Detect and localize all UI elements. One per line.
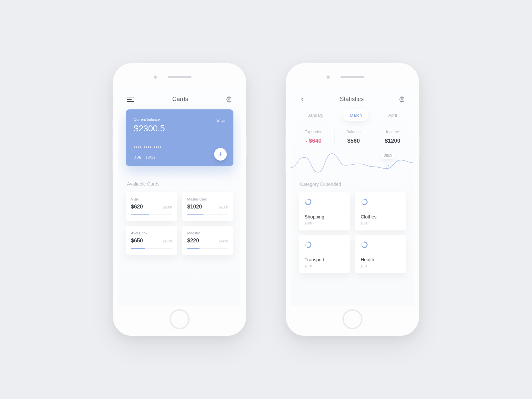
phone-top: [118, 68, 241, 86]
home-button[interactable]: [170, 309, 190, 329]
chart-tooltip: $560: [381, 152, 395, 159]
card-item[interactable]: Aval Bank $650 $1220: [126, 226, 177, 255]
progress-ring-icon: [305, 241, 312, 248]
balance-value: $2300.5: [134, 123, 225, 134]
stat-income: Income $1200: [385, 130, 400, 144]
category-value: $690: [361, 221, 400, 225]
category-value: $620: [361, 264, 400, 268]
month-tabs: JanuaryMarchApril: [299, 109, 406, 121]
svg-point-0: [228, 98, 230, 100]
card-brand: Visa: [216, 118, 225, 123]
tab-april[interactable]: April: [382, 109, 404, 121]
balance-label: Current balance: [134, 117, 225, 121]
back-icon[interactable]: [300, 97, 305, 102]
stats-row: Expended - $640 Balance $560 Income $120…: [299, 130, 406, 144]
card-limit: $1200: [163, 205, 172, 209]
header: Statistics: [299, 96, 406, 109]
cards-grid: Visa $620 $1200 Master Card $1020 $2300 …: [126, 192, 233, 255]
card-value: $220: [187, 238, 199, 244]
progress-ring-icon: [361, 241, 368, 248]
phone-statistics: Statistics JanuaryMarchApril Expended - …: [286, 63, 419, 336]
card-item[interactable]: Visa $620 $1200: [126, 192, 177, 221]
home-button[interactable]: [342, 309, 362, 329]
page-title: Statistics: [340, 96, 364, 103]
tab-march[interactable]: March: [343, 109, 368, 121]
category-item[interactable]: Transport $520: [299, 235, 350, 273]
tab-january[interactable]: January: [301, 109, 330, 121]
category-name: Shopping: [305, 214, 344, 219]
card-item[interactable]: Master Card $1020 $2300: [182, 192, 233, 221]
category-item[interactable]: Shopping $300: [299, 192, 350, 230]
card-name: Master Card: [187, 197, 228, 201]
balance-chart: $560: [291, 150, 414, 174]
category-value: $520: [305, 264, 344, 268]
stat-expended: Expended - $640: [305, 130, 323, 144]
card-limit: $2300: [219, 205, 228, 209]
card-name: Visa: [131, 197, 172, 201]
category-expended-label: Category Expended: [300, 182, 405, 187]
card-number-masked: •••• •••• ••••: [134, 145, 225, 150]
primary-card[interactable]: Current balance $2300.5 Visa •••• •••• •…: [126, 109, 233, 166]
progress-bar: [187, 248, 228, 249]
progress-bar: [131, 214, 172, 215]
progress-bar: [131, 248, 172, 249]
card-limit: $1220: [163, 239, 172, 243]
card-due: DUE 10/19: [134, 156, 225, 159]
category-name: Clothes: [361, 214, 400, 219]
progress-ring-icon: [361, 198, 368, 205]
phone-cards: Cards Current balance $2300.5 Visa •••• …: [113, 63, 246, 336]
phone-top: [291, 68, 414, 86]
available-cards-label: Avaliable Cards: [127, 181, 232, 187]
card-value: $650: [131, 238, 143, 244]
page-title: Cards: [172, 96, 188, 103]
card-value: $1020: [187, 204, 202, 210]
card-item[interactable]: Maestro $220 $1490: [182, 226, 233, 255]
menu-icon[interactable]: [127, 97, 134, 102]
chart-point-icon: [387, 164, 390, 167]
header: Cards: [126, 96, 233, 109]
svg-point-1: [401, 98, 403, 100]
card-name: Aval Bank: [131, 231, 172, 235]
category-name: Health: [361, 257, 400, 262]
progress-ring-icon: [305, 198, 312, 205]
settings-icon[interactable]: [399, 96, 405, 102]
screen-cards: Cards Current balance $2300.5 Visa •••• …: [118, 86, 241, 306]
category-name: Transport: [305, 257, 344, 262]
screen-statistics: Statistics JanuaryMarchApril Expended - …: [291, 86, 414, 306]
categories-grid: Shopping $300 Clothes $690 Transport $52…: [299, 192, 406, 273]
settings-icon[interactable]: [226, 96, 232, 102]
card-limit: $1490: [219, 239, 228, 243]
card-value: $620: [131, 204, 143, 210]
category-item[interactable]: Health $620: [355, 235, 406, 273]
add-card-button[interactable]: +: [214, 148, 227, 161]
stat-balance: Balance $560: [346, 130, 361, 144]
card-name: Maestro: [187, 231, 228, 235]
progress-bar: [187, 214, 228, 215]
category-value: $300: [305, 221, 344, 225]
category-item[interactable]: Clothes $690: [355, 192, 406, 230]
